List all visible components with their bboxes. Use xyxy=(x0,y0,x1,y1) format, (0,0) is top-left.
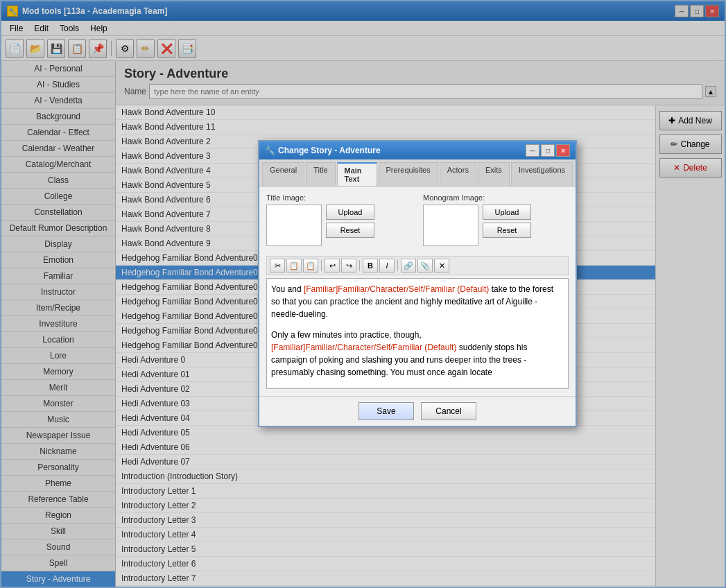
text-para2: Only a few minutes into practice, though… xyxy=(271,329,564,379)
dialog-minimize-btn[interactable]: ─ xyxy=(526,144,539,157)
dialog-tabs: General Title Main Text Prerequisites Ac… xyxy=(259,159,576,187)
text-para1: You and [Familiar]Familiar/Character/Sel… xyxy=(271,283,564,320)
ed-sep3 xyxy=(397,260,398,271)
text-editor-area[interactable]: You and [Familiar]Familiar/Character/Sel… xyxy=(266,278,569,389)
ed-sep2 xyxy=(359,260,360,271)
dialog-title-buttons: ─ □ ✕ xyxy=(526,144,570,157)
tab-general[interactable]: General xyxy=(262,162,304,186)
tab-investigations[interactable]: Investigations xyxy=(511,162,573,186)
dialog-close-btn[interactable]: ✕ xyxy=(556,144,570,157)
monogram-reset-btn[interactable]: Reset xyxy=(483,223,531,238)
cancel-button[interactable]: Cancel xyxy=(421,402,476,420)
tab-title[interactable]: Title xyxy=(306,162,335,186)
dialog-footer: Save Cancel xyxy=(259,396,576,426)
ed-link-btn[interactable]: 🔗 xyxy=(401,259,416,273)
title-upload-btn[interactable]: Upload xyxy=(326,205,374,220)
editor-toolbar: ✂ 📋 📋 ↩ ↪ B I 🔗 📎 ✕ xyxy=(266,256,569,275)
ed-sep1 xyxy=(321,260,322,271)
ed-clear-btn[interactable]: ✕ xyxy=(434,259,449,273)
title-reset-btn[interactable]: Reset xyxy=(326,223,374,238)
title-image-btns: Upload Reset xyxy=(326,205,374,238)
dialog-icon: 🔧 xyxy=(265,146,275,155)
tab-actors[interactable]: Actors xyxy=(440,162,476,186)
ed-copy-btn[interactable]: 📋 xyxy=(286,259,302,273)
title-image-label: Title Image: xyxy=(266,193,412,202)
monogram-image-inner: Upload Reset xyxy=(423,205,569,249)
tab-exits[interactable]: Exits xyxy=(478,162,510,186)
monogram-image-box xyxy=(423,205,478,246)
monogram-image-btns: Upload Reset xyxy=(483,205,531,238)
tab-main-text[interactable]: Main Text xyxy=(337,162,377,186)
dialog-title-bar: 🔧 Change Story - Adventure ─ □ ✕ xyxy=(259,141,576,159)
change-story-dialog: 🔧 Change Story - Adventure ─ □ ✕ General… xyxy=(258,140,577,427)
ed-undo-btn[interactable]: ↩ xyxy=(325,259,340,273)
ed-italic-btn[interactable]: I xyxy=(379,259,395,273)
text-link2[interactable]: [Familiar]Familiar/Character/Self/Famili… xyxy=(271,343,456,352)
dialog-body: Title Image: Upload Reset Monogram Image… xyxy=(259,187,576,396)
text-link1[interactable]: [Familiar]Familiar/Character/Self/Famili… xyxy=(304,284,489,294)
monogram-image-section: Monogram Image: Upload Reset xyxy=(423,193,569,249)
main-window: 🔧 Mod tools [113a - Academagia Team] ─ □… xyxy=(0,0,726,588)
save-button[interactable]: Save xyxy=(358,402,414,420)
tab-prerequisites[interactable]: Prerequisites xyxy=(379,162,438,186)
dialog-title-text: 🔧 Change Story - Adventure xyxy=(265,146,381,155)
ed-bold-btn[interactable]: B xyxy=(363,259,378,273)
ed-clip-btn[interactable]: 📎 xyxy=(417,259,433,273)
title-image-inner: Upload Reset xyxy=(266,205,412,249)
ed-cut-btn[interactable]: ✂ xyxy=(270,259,285,273)
dialog-overlay: 🔧 Change Story - Adventure ─ □ ✕ General… xyxy=(1,1,725,587)
ed-redo-btn[interactable]: ↪ xyxy=(341,259,356,273)
title-image-box xyxy=(266,205,322,246)
dialog-maximize-btn[interactable]: □ xyxy=(541,144,555,157)
monogram-image-label: Monogram Image: xyxy=(423,193,569,202)
image-row: Title Image: Upload Reset Monogram Image… xyxy=(266,193,569,249)
monogram-upload-btn[interactable]: Upload xyxy=(483,205,531,220)
title-image-section: Title Image: Upload Reset xyxy=(266,193,412,249)
ed-paste-btn[interactable]: 📋 xyxy=(303,259,318,273)
